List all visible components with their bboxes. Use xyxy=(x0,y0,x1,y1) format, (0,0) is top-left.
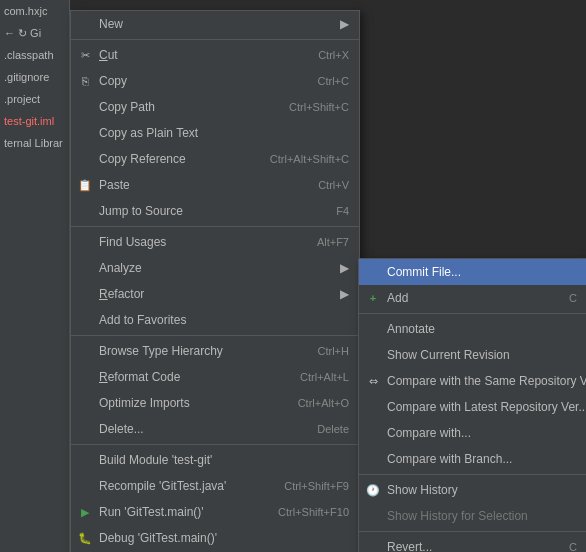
sidebar-item-classpath[interactable]: .classpath xyxy=(0,44,69,66)
git-revert-shortcut: C xyxy=(569,537,577,552)
menu-item-delete-label: Delete... xyxy=(99,419,144,439)
git-menu-item-show-history[interactable]: 🕐 Show History xyxy=(359,477,586,503)
menu-separator-3 xyxy=(71,335,359,336)
menu-item-new[interactable]: New ▶ xyxy=(71,11,359,37)
sidebar-item-package[interactable]: com.hxjc xyxy=(0,0,69,22)
analyze-arrow: ▶ xyxy=(340,258,349,278)
menu-item-analyze[interactable]: Analyze ▶ xyxy=(71,255,359,281)
paste-icon: 📋 xyxy=(77,177,93,193)
git-submenu: Commit File... + Add C Annotate Show Cur… xyxy=(358,258,586,552)
menu-item-new-label: New xyxy=(99,14,123,34)
menu-item-browse-type-hierarchy-label: Browse Type Hierarchy xyxy=(99,341,223,361)
menu-separator-2 xyxy=(71,226,359,227)
git-menu-item-compare-same-repo[interactable]: ⇔ Compare with the Same Repository Ve... xyxy=(359,368,586,394)
menu-item-copy[interactable]: ⎘ Copy Ctrl+C xyxy=(71,68,359,94)
git-menu-item-annotate-label: Annotate xyxy=(387,319,435,339)
menu-item-delete[interactable]: Delete... Delete xyxy=(71,416,359,442)
copy-reference-shortcut: Ctrl+Alt+Shift+C xyxy=(270,149,349,169)
cut-shortcut: Ctrl+X xyxy=(318,45,349,65)
recompile-shortcut: Ctrl+Shift+F9 xyxy=(284,476,349,496)
sidebar-item-test-git-iml[interactable]: test-git.iml xyxy=(0,110,69,132)
menu-item-run[interactable]: ▶ Run 'GitTest.main()' Ctrl+Shift+F10 xyxy=(71,499,359,525)
menu-item-recompile[interactable]: Recompile 'GitTest.java' Ctrl+Shift+F9 xyxy=(71,473,359,499)
git-add-shortcut: C xyxy=(569,288,577,308)
git-separator-1 xyxy=(359,313,586,314)
primary-context-menu: New ▶ ✂ Cut Ctrl+X ⎘ Copy Ctrl+C Copy Pa… xyxy=(70,10,360,552)
menu-item-build-module-label: Build Module 'test-git' xyxy=(99,450,212,470)
menu-item-paste-label: Paste xyxy=(99,175,130,195)
browse-type-hierarchy-shortcut: Ctrl+H xyxy=(318,341,349,361)
menu-item-optimize-imports[interactable]: Optimize Imports Ctrl+Alt+O xyxy=(71,390,359,416)
menu-item-build-module[interactable]: Build Module 'test-git' xyxy=(71,447,359,473)
sidebar-item-git[interactable]: ← ↻ Gi xyxy=(0,22,69,44)
git-menu-item-compare-with-label: Compare with... xyxy=(387,423,471,443)
menu-item-paste[interactable]: 📋 Paste Ctrl+V xyxy=(71,172,359,198)
git-menu-item-show-history-selection-label: Show History for Selection xyxy=(387,506,528,526)
menu-item-copy-path[interactable]: Copy Path Ctrl+Shift+C xyxy=(71,94,359,120)
git-menu-item-revert[interactable]: Revert... C xyxy=(359,534,586,552)
compare-same-icon: ⇔ xyxy=(365,373,381,389)
git-separator-3 xyxy=(359,531,586,532)
menu-item-add-to-favorites[interactable]: Add to Favorites xyxy=(71,307,359,333)
sidebar-item-project[interactable]: .project xyxy=(0,88,69,110)
menu-item-copy-path-label: Copy Path xyxy=(99,97,155,117)
submenu-arrow: ▶ xyxy=(340,14,349,34)
menu-item-add-to-favorites-label: Add to Favorites xyxy=(99,310,186,330)
run-icon: ▶ xyxy=(77,504,93,520)
sidebar-item-gitignore[interactable]: .gitignore xyxy=(0,66,69,88)
menu-item-run-label: Run 'GitTest.main()' xyxy=(99,502,204,522)
reformat-code-shortcut: Ctrl+Alt+L xyxy=(300,367,349,387)
add-icon: + xyxy=(365,290,381,306)
menu-item-debug-label: Debug 'GitTest.main()' xyxy=(99,528,217,548)
menu-item-debug[interactable]: 🐛 Debug 'GitTest.main()' xyxy=(71,525,359,551)
git-menu-item-show-history-selection: Show History for Selection xyxy=(359,503,586,529)
git-menu-item-compare-same-repo-label: Compare with the Same Repository Ve... xyxy=(387,371,586,391)
menu-separator-4 xyxy=(71,444,359,445)
optimize-imports-shortcut: Ctrl+Alt+O xyxy=(298,393,349,413)
menu-item-copy-plain-text[interactable]: Copy as Plain Text xyxy=(71,120,359,146)
show-history-icon: 🕐 xyxy=(365,482,381,498)
git-menu-item-show-current-revision-label: Show Current Revision xyxy=(387,345,510,365)
git-menu-item-annotate[interactable]: Annotate xyxy=(359,316,586,342)
run-shortcut: Ctrl+Shift+F10 xyxy=(278,502,349,522)
menu-item-optimize-imports-label: Optimize Imports xyxy=(99,393,190,413)
menu-item-browse-type-hierarchy[interactable]: Browse Type Hierarchy Ctrl+H xyxy=(71,338,359,364)
menu-item-copy-plain-text-label: Copy as Plain Text xyxy=(99,123,198,143)
menu-item-cut[interactable]: ✂ Cut Ctrl+X xyxy=(71,42,359,68)
git-menu-item-commit-file-label: Commit File... xyxy=(387,262,461,282)
copy-icon: ⎘ xyxy=(77,73,93,89)
menu-item-jump-to-source-label: Jump to Source xyxy=(99,201,183,221)
git-menu-item-compare-with[interactable]: Compare with... xyxy=(359,420,586,446)
git-separator-2 xyxy=(359,474,586,475)
git-menu-item-add[interactable]: + Add C xyxy=(359,285,586,311)
menu-item-analyze-label: Analyze xyxy=(99,258,142,278)
git-menu-item-revert-label: Revert... xyxy=(387,537,432,552)
refactor-arrow: ▶ xyxy=(340,284,349,304)
menu-separator-1 xyxy=(71,39,359,40)
menu-item-copy-reference-label: Copy Reference xyxy=(99,149,186,169)
paste-shortcut: Ctrl+V xyxy=(318,175,349,195)
copy-path-shortcut: Ctrl+Shift+C xyxy=(289,97,349,117)
jump-to-source-shortcut: F4 xyxy=(336,201,349,221)
git-menu-item-show-current-revision[interactable]: Show Current Revision xyxy=(359,342,586,368)
git-menu-item-add-label: Add xyxy=(387,288,408,308)
menu-item-refactor-label: Refactor xyxy=(99,284,144,304)
git-menu-item-compare-branch[interactable]: Compare with Branch... xyxy=(359,446,586,472)
menu-item-refactor[interactable]: Refactor ▶ xyxy=(71,281,359,307)
git-menu-item-compare-latest-repo[interactable]: Compare with Latest Repository Ver... xyxy=(359,394,586,420)
git-menu-item-compare-latest-repo-label: Compare with Latest Repository Ver... xyxy=(387,397,586,417)
menu-item-jump-to-source[interactable]: Jump to Source F4 xyxy=(71,198,359,224)
menu-item-cut-label: Cut xyxy=(99,45,118,65)
menu-item-find-usages[interactable]: Find Usages Alt+F7 xyxy=(71,229,359,255)
sidebar-item-external-libraries[interactable]: ternal Librar xyxy=(0,132,69,154)
git-menu-item-show-history-label: Show History xyxy=(387,480,458,500)
debug-icon: 🐛 xyxy=(77,530,93,546)
cut-icon: ✂ xyxy=(77,47,93,63)
git-menu-item-compare-branch-label: Compare with Branch... xyxy=(387,449,512,469)
copy-shortcut: Ctrl+C xyxy=(318,71,349,91)
find-usages-shortcut: Alt+F7 xyxy=(317,232,349,252)
menu-item-reformat-code[interactable]: Reformat Code Ctrl+Alt+L xyxy=(71,364,359,390)
git-menu-item-commit-file[interactable]: Commit File... xyxy=(359,259,586,285)
menu-item-copy-reference[interactable]: Copy Reference Ctrl+Alt+Shift+C xyxy=(71,146,359,172)
menu-item-copy-label: Copy xyxy=(99,71,127,91)
